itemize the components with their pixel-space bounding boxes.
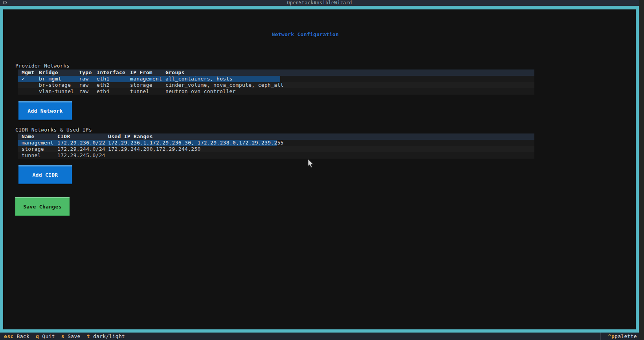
table-row[interactable]: br-storage raw eth2 storage cinder_volum… [18, 82, 534, 88]
hint-theme-toggle[interactable]: t dark/light [87, 333, 125, 340]
cell-cidr: 172.29.245.0/24 [57, 152, 108, 159]
cell-type: raw [79, 82, 97, 88]
table-row[interactable]: storage 172.29.244.0/24 172.29.244.200,1… [18, 146, 534, 152]
column-header: CIDR [57, 133, 108, 140]
cell-type: raw [79, 88, 97, 95]
cell-groups: all_containers, hosts [165, 76, 534, 82]
cell-interface: eth2 [97, 82, 130, 88]
cell-mgmt [22, 88, 39, 95]
provider-networks-label: Provider Networks [15, 63, 70, 69]
column-header: Groups [165, 69, 534, 76]
footer-divider [600, 333, 601, 340]
add-cidr-button[interactable]: Add CIDR [18, 165, 72, 184]
table-row[interactable]: management 172.29.236.0/22 172.29.236.1,… [18, 140, 534, 146]
cell-cidr: 172.29.236.0/22 [57, 140, 108, 146]
provider-table-header: Mgmt Bridge Type Interface IP From Group… [18, 69, 534, 76]
arrow-cursor [308, 159, 314, 168]
hint-quit[interactable]: q Quit [36, 333, 55, 340]
column-header: Interface [97, 69, 130, 76]
cell-ip-from: management [130, 76, 165, 82]
window-title: OpenStackAnsibleWizard [287, 0, 352, 5]
cell-name: management [22, 140, 57, 146]
cidr-networks-table: Name CIDR Used IP Ranges management 172.… [18, 133, 534, 159]
cell-interface: eth4 [97, 88, 130, 95]
window-titlebar: OpenStackAnsibleWizard [0, 0, 639, 6]
page-title: Network Configuration [3, 31, 607, 37]
cell-mgmt [22, 82, 39, 88]
column-header: Bridge [39, 69, 79, 76]
cell-type: raw [79, 76, 97, 82]
cell-ranges [108, 152, 534, 159]
footer-hints: esc Back q Quit s Save t dark/light [4, 333, 131, 340]
cell-name: storage [22, 146, 57, 152]
hint-palette[interactable]: ^p palette [608, 333, 637, 340]
table-row[interactable]: tunnel 172.29.245.0/24 [18, 152, 534, 159]
table-row[interactable]: vlan-tunnel raw eth4 tunnel neutron_ovn_… [18, 88, 534, 95]
column-header: Type [79, 69, 97, 76]
save-changes-button[interactable]: Save Changes [15, 197, 70, 216]
footer-keybar: esc Back q Quit s Save t dark/light ^p p… [0, 333, 639, 340]
circle-icon[interactable] [3, 1, 7, 4]
hint-save[interactable]: s Save [61, 333, 81, 340]
cidr-table-header: Name CIDR Used IP Ranges [18, 133, 534, 140]
cell-name: tunnel [22, 152, 57, 159]
column-header: Used IP Ranges [108, 133, 534, 140]
column-header: Mgmt [22, 69, 39, 76]
app-frame: Network Configuration Provider Networks … [0, 6, 639, 333]
cell-bridge: br-mgmt [39, 76, 79, 82]
add-network-button[interactable]: Add Network [18, 101, 72, 120]
checkmark-icon: ✓ [22, 76, 39, 82]
cidr-networks-label: CIDR Networks & Used IPs [15, 127, 92, 133]
cell-cidr: 172.29.244.0/24 [57, 146, 108, 152]
cell-bridge: br-storage [39, 82, 79, 88]
table-row[interactable]: ✓ br-mgmt raw eth1 management all_contai… [18, 76, 534, 82]
cell-bridge: vlan-tunnel [39, 88, 79, 95]
column-header: IP From [130, 69, 165, 76]
cell-groups: neutron_ovn_controller [165, 88, 534, 95]
cell-interface: eth1 [97, 76, 130, 82]
column-header: Name [22, 133, 57, 140]
desktop-margin [639, 0, 644, 340]
hint-back[interactable]: esc Back [4, 333, 29, 340]
cell-ip-from: storage [130, 82, 165, 88]
terminal-window: OpenStackAnsibleWizard Network Configura… [0, 0, 644, 340]
cell-ranges: 172.29.244.200,172.29.244.250 [108, 146, 534, 152]
provider-networks-table: Mgmt Bridge Type Interface IP From Group… [18, 69, 534, 95]
cell-groups: cinder_volume, nova_compute, ceph_all [165, 82, 534, 88]
cell-ip-from: tunnel [130, 88, 165, 95]
cell-ranges: 172.29.236.1,172.29.236.30, 172.29.238.0… [108, 140, 534, 146]
